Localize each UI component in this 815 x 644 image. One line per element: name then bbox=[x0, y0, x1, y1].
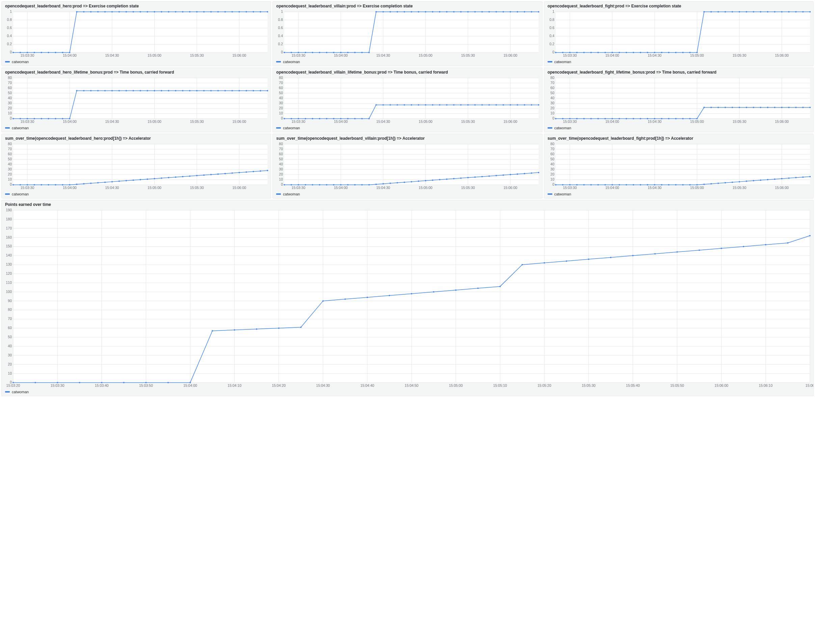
panel-villain-accelerator[interactable]: sum_over_time(opencodequest_leaderboard_… bbox=[272, 133, 542, 198]
svg-point-367 bbox=[654, 118, 655, 119]
svg-point-44 bbox=[147, 11, 148, 12]
panel-fight-bonus[interactable]: opencodequest_leaderboard_fight_lifetime… bbox=[544, 67, 813, 132]
svg-text:15:05:30: 15:05:30 bbox=[190, 120, 204, 124]
svg-point-54 bbox=[218, 11, 219, 12]
svg-text:0: 0 bbox=[10, 116, 12, 120]
svg-point-689 bbox=[367, 296, 368, 298]
svg-point-457 bbox=[267, 170, 268, 171]
svg-point-161 bbox=[640, 52, 641, 53]
svg-text:100: 100 bbox=[6, 289, 12, 293]
svg-point-28 bbox=[34, 52, 35, 53]
panel-hero-bonus[interactable]: opencodequest_leaderboard_hero_lifetime_… bbox=[2, 67, 271, 132]
chart[interactable]: 00.20.40.60.8115:03:3015:04:0015:04:3015… bbox=[273, 10, 542, 58]
svg-text:20: 20 bbox=[8, 172, 12, 176]
svg-point-304 bbox=[418, 104, 419, 105]
svg-text:0: 0 bbox=[281, 50, 283, 54]
svg-point-177 bbox=[753, 11, 754, 12]
svg-point-502 bbox=[375, 183, 377, 185]
svg-point-234 bbox=[133, 90, 134, 91]
svg-point-562 bbox=[590, 184, 591, 185]
svg-point-702 bbox=[654, 253, 655, 255]
svg-text:10: 10 bbox=[279, 177, 283, 181]
svg-point-453 bbox=[239, 172, 240, 173]
svg-point-230 bbox=[104, 90, 106, 91]
svg-point-559 bbox=[569, 184, 571, 185]
svg-text:15:04:30: 15:04:30 bbox=[105, 186, 119, 190]
svg-text:15:04:20: 15:04:20 bbox=[272, 383, 285, 388]
svg-point-292 bbox=[333, 118, 335, 119]
svg-point-91 bbox=[312, 52, 313, 53]
svg-point-582 bbox=[732, 181, 733, 182]
svg-point-154 bbox=[590, 52, 591, 53]
svg-point-489 bbox=[284, 184, 285, 185]
svg-point-421 bbox=[12, 184, 14, 185]
panel-hero-accelerator[interactable]: sum_over_time(opencodequest_leaderboard_… bbox=[2, 133, 271, 198]
svg-point-162 bbox=[647, 52, 648, 53]
svg-point-158 bbox=[619, 52, 620, 53]
svg-text:30: 30 bbox=[279, 101, 283, 105]
svg-text:0.2: 0.2 bbox=[278, 42, 283, 46]
svg-point-363 bbox=[626, 118, 627, 119]
svg-point-568 bbox=[633, 184, 634, 185]
chart[interactable]: 0102030405060708015:03:3015:04:0015:04:3… bbox=[544, 142, 813, 191]
svg-point-173 bbox=[724, 11, 726, 12]
svg-point-218 bbox=[20, 118, 21, 119]
panel-fight-completion[interactable]: opencodequest_leaderboard_fight:prod => … bbox=[544, 2, 813, 66]
svg-point-688 bbox=[344, 298, 346, 300]
svg-text:15:04:00: 15:04:00 bbox=[334, 120, 348, 124]
panel-title: opencodequest_leaderboard_villain:prod =… bbox=[273, 2, 542, 10]
svg-point-560 bbox=[576, 184, 577, 185]
svg-point-92 bbox=[319, 52, 321, 53]
svg-point-168 bbox=[689, 52, 691, 53]
svg-point-96 bbox=[347, 52, 349, 53]
svg-point-369 bbox=[668, 118, 669, 119]
svg-point-171 bbox=[710, 11, 712, 12]
panel-points-over-time[interactable]: Points earned over time 0102030405060708… bbox=[2, 200, 813, 396]
panel-villain-completion[interactable]: opencodequest_leaderboard_villain:prod =… bbox=[272, 2, 542, 66]
svg-point-248 bbox=[232, 90, 233, 91]
svg-point-354 bbox=[562, 118, 563, 119]
svg-text:130: 130 bbox=[6, 262, 12, 266]
svg-point-296 bbox=[362, 118, 363, 119]
panel-hero-completion[interactable]: opencodequest_leaderboard_hero:prod => E… bbox=[2, 2, 271, 66]
chart[interactable]: 00.20.40.60.8115:03:3015:04:0015:04:3015… bbox=[544, 10, 813, 58]
svg-point-98 bbox=[362, 52, 363, 53]
svg-point-27 bbox=[27, 52, 28, 53]
svg-point-307 bbox=[439, 104, 440, 105]
svg-point-61 bbox=[267, 11, 268, 12]
svg-point-445 bbox=[182, 176, 183, 177]
svg-text:0: 0 bbox=[553, 116, 554, 120]
svg-point-572 bbox=[661, 184, 662, 185]
svg-point-517 bbox=[482, 176, 483, 177]
svg-text:30: 30 bbox=[550, 101, 554, 105]
svg-text:15:04:30: 15:04:30 bbox=[376, 53, 390, 57]
chart[interactable]: 0102030405060708015:03:3015:04:0015:04:3… bbox=[544, 76, 813, 124]
chart[interactable]: 0102030405060708015:03:3015:04:0015:04:3… bbox=[2, 142, 271, 191]
svg-point-222 bbox=[48, 118, 49, 119]
svg-text:180: 180 bbox=[6, 217, 12, 221]
svg-point-253 bbox=[267, 90, 268, 91]
svg-point-39 bbox=[111, 11, 113, 12]
svg-point-499 bbox=[355, 184, 356, 185]
svg-point-311 bbox=[467, 104, 469, 105]
svg-text:50: 50 bbox=[550, 91, 554, 95]
svg-point-440 bbox=[147, 178, 148, 179]
panel-fight-accelerator[interactable]: sum_over_time(opencodequest_leaderboard_… bbox=[544, 133, 813, 198]
chart[interactable]: 00.20.40.60.8115:03:3015:04:0015:04:3015… bbox=[2, 10, 271, 58]
svg-text:15:03:30: 15:03:30 bbox=[563, 53, 577, 57]
chart[interactable]: 0102030405060708015:03:3015:04:0015:04:3… bbox=[2, 76, 271, 124]
chart[interactable]: 0102030405060708015:03:3015:04:0015:04:3… bbox=[273, 142, 542, 191]
chart[interactable]: 0102030405060708015:03:3015:04:0015:04:3… bbox=[273, 76, 542, 124]
svg-text:15:05:30: 15:05:30 bbox=[461, 53, 475, 57]
panel-villain-bonus[interactable]: opencodequest_leaderboard_villain_lifeti… bbox=[272, 67, 542, 132]
legend: catwoman bbox=[2, 388, 813, 396]
svg-point-244 bbox=[203, 90, 204, 91]
svg-text:20: 20 bbox=[8, 362, 12, 366]
svg-point-233 bbox=[126, 90, 127, 91]
chart[interactable]: 0102030405060708090100110120130140150160… bbox=[2, 208, 813, 388]
svg-point-358 bbox=[590, 118, 591, 119]
svg-text:15:04:50: 15:04:50 bbox=[405, 383, 419, 388]
svg-point-47 bbox=[168, 11, 169, 12]
svg-point-701 bbox=[632, 255, 634, 256]
legend-swatch bbox=[276, 193, 281, 195]
